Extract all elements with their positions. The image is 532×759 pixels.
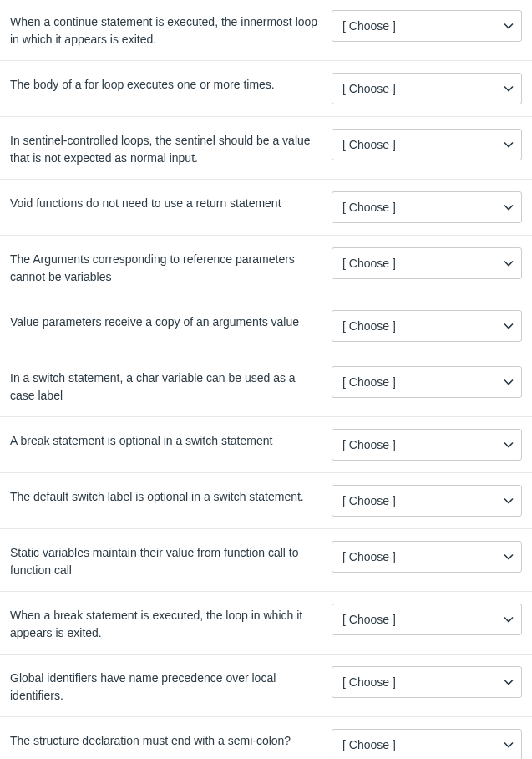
question-row: The default switch label is optional in …	[0, 473, 532, 529]
question-prompt: Void functions do not need to use a retu…	[10, 191, 332, 212]
question-row: The Arguments corresponding to reference…	[0, 236, 532, 298]
question-prompt: The body of a for loop executes one or m…	[10, 73, 332, 94]
answer-select-wrap: [ Choose ]	[332, 129, 522, 160]
answer-select[interactable]: [ Choose ]	[332, 366, 522, 398]
question-prompt: Global identifiers have name precedence …	[10, 666, 332, 705]
question-prompt: A break statement is optional in a switc…	[10, 429, 332, 450]
question-row: The structure declaration must end with …	[0, 717, 532, 759]
question-prompt: When a break statement is executed, the …	[10, 604, 332, 642]
answer-select-wrap: [ Choose ]	[332, 429, 522, 461]
answer-select[interactable]: [ Choose ]	[332, 191, 522, 223]
answer-select-wrap: [ Choose ]	[332, 604, 522, 635]
question-row: A break statement is optional in a switc…	[0, 417, 532, 473]
question-prompt: The structure declaration must end with …	[10, 729, 332, 750]
question-prompt: In a switch statement, a char variable c…	[10, 366, 332, 405]
answer-select[interactable]: [ Choose ]	[332, 666, 522, 698]
answer-select-wrap: [ Choose ]	[332, 729, 522, 759]
question-row: Void functions do not need to use a retu…	[0, 180, 532, 236]
answer-select-wrap: [ Choose ]	[332, 366, 522, 398]
answer-select-wrap: [ Choose ]	[332, 666, 522, 698]
answer-select[interactable]: [ Choose ]	[332, 73, 522, 104]
answer-select[interactable]: [ Choose ]	[332, 129, 522, 160]
answer-select[interactable]: [ Choose ]	[332, 429, 522, 461]
question-row: When a break statement is executed, the …	[0, 592, 532, 655]
answer-select-wrap: [ Choose ]	[332, 541, 522, 573]
question-row: When a continue statement is executed, t…	[0, 0, 532, 61]
question-prompt: Static variables maintain their value fr…	[10, 541, 332, 579]
answer-select[interactable]: [ Choose ]	[332, 10, 522, 42]
question-row: Static variables maintain their value fr…	[0, 529, 532, 592]
answer-select[interactable]: [ Choose ]	[332, 485, 522, 517]
question-row: Global identifiers have name precedence …	[0, 655, 532, 717]
answer-select-wrap: [ Choose ]	[332, 191, 522, 223]
answer-select-wrap: [ Choose ]	[332, 73, 522, 104]
question-prompt: The Arguments corresponding to reference…	[10, 247, 332, 286]
answer-select-wrap: [ Choose ]	[332, 10, 522, 42]
question-prompt: The default switch label is optional in …	[10, 485, 332, 506]
answer-select-wrap: [ Choose ]	[332, 247, 522, 279]
answer-select[interactable]: [ Choose ]	[332, 247, 522, 279]
answer-select-wrap: [ Choose ]	[332, 485, 522, 517]
question-prompt: Value parameters receive a copy of an ar…	[10, 310, 332, 331]
question-prompt: When a continue statement is executed, t…	[10, 10, 332, 48]
question-prompt: In sentinel-controlled loops, the sentin…	[10, 129, 332, 167]
question-row: The body of a for loop executes one or m…	[0, 61, 532, 117]
answer-select[interactable]: [ Choose ]	[332, 541, 522, 573]
matching-question-list: When a continue statement is executed, t…	[0, 0, 532, 759]
question-row: Value parameters receive a copy of an ar…	[0, 298, 532, 354]
question-row: In sentinel-controlled loops, the sentin…	[0, 117, 532, 180]
answer-select[interactable]: [ Choose ]	[332, 729, 522, 759]
question-row: In a switch statement, a char variable c…	[0, 354, 532, 417]
answer-select-wrap: [ Choose ]	[332, 310, 522, 342]
answer-select[interactable]: [ Choose ]	[332, 310, 522, 342]
answer-select[interactable]: [ Choose ]	[332, 604, 522, 635]
